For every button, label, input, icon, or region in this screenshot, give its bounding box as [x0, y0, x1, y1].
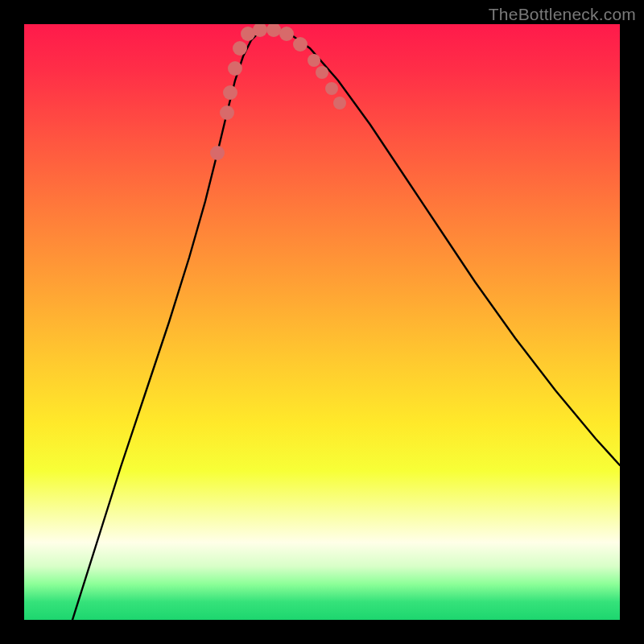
highlight-marker — [228, 61, 242, 76]
watermark-text: TheBottleneck.com — [489, 5, 636, 24]
highlight-marker — [325, 82, 338, 95]
plot-area — [24, 24, 620, 620]
chart-frame: TheBottleneck.com — [0, 0, 644, 644]
highlight-marker — [266, 24, 281, 37]
highlight-marker — [233, 41, 247, 56]
highlight-marker — [293, 37, 308, 52]
bottleneck-curve — [72, 29, 620, 620]
highlight-marker — [333, 97, 346, 109]
highlight-marker — [210, 146, 225, 160]
highlight-marker — [220, 105, 234, 120]
highlight-marker — [279, 27, 294, 41]
highlight-marker — [308, 54, 320, 67]
highlight-marker-group — [210, 24, 346, 160]
chart-svg — [24, 24, 620, 620]
highlight-marker — [316, 66, 328, 79]
highlight-marker — [223, 85, 237, 100]
